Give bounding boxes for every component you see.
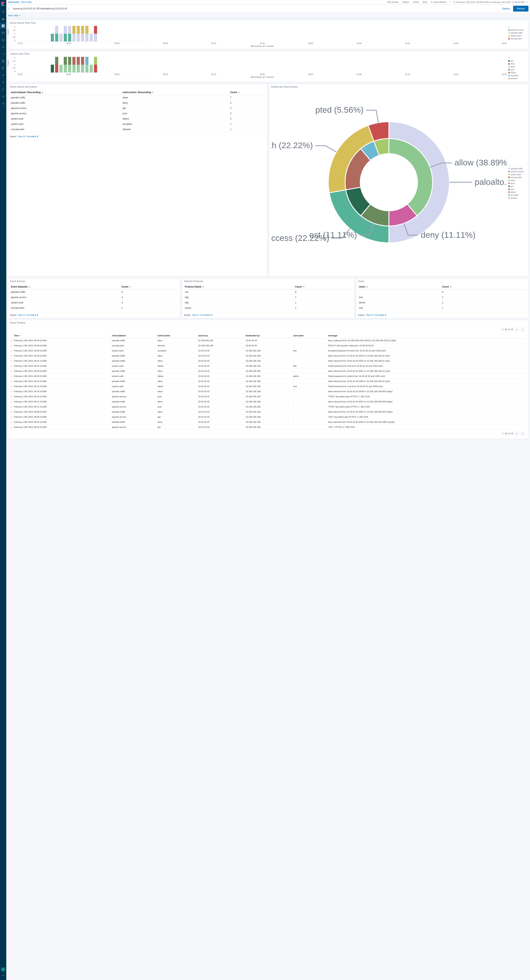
legend-item[interactable]: apache.access: [508, 29, 526, 31]
expand-row-icon[interactable]: ▸: [10, 379, 13, 384]
table-row[interactable]: apache.accessget2: [10, 106, 265, 111]
column-header[interactable]: destination.ip: [245, 333, 292, 338]
legend-item[interactable]: failure: [508, 72, 526, 74]
legend-item[interactable]: get: [508, 60, 526, 62]
legend-item[interactable]: failure: [508, 191, 526, 193]
column-header[interactable]: Time ▾: [13, 333, 111, 338]
expand-row-icon[interactable]: ▸: [10, 353, 13, 358]
table-row[interactable]: mysql1: [184, 305, 352, 310]
legend-item[interactable]: paloalto.traffic: [508, 167, 526, 170]
management-icon[interactable]: [0, 100, 6, 107]
table-row[interactable]: ▸February 13th 2019, 09:46:19.000suricat…: [10, 343, 526, 348]
expand-row-icon[interactable]: ▸: [10, 389, 13, 394]
auto-refresh-button[interactable]: ↻ Auto-refresh: [429, 1, 447, 3]
expand-row-icon[interactable]: ▸: [10, 404, 13, 409]
legend-item[interactable]: allowed: [508, 78, 526, 80]
expand-row-icon[interactable]: ▸: [10, 374, 13, 379]
monitoring-icon[interactable]: [0, 93, 6, 100]
table-row[interactable]: ▸February 13th 2019, 09:16:19.000paloalt…: [10, 389, 526, 394]
column-header[interactable]: Count ⇅: [121, 284, 178, 290]
legend-item[interactable]: post: [508, 188, 526, 190]
infra-icon[interactable]: [0, 58, 6, 64]
export-raw-button[interactable]: Raw ⬇: [366, 314, 373, 316]
legend-item[interactable]: suricata.alert: [508, 177, 526, 178]
legend-item[interactable]: accepted: [508, 75, 526, 76]
expand-row-icon[interactable]: ▸: [10, 348, 13, 353]
table-row[interactable]: suricata.alertallowed1: [10, 127, 265, 132]
apm-icon[interactable]: [0, 72, 6, 78]
legend-item[interactable]: allow: [508, 66, 526, 68]
column-header[interactable]: Count ⇅: [441, 284, 526, 290]
export-raw-button[interactable]: Raw ⬇: [18, 135, 25, 138]
clone-button[interactable]: Clone: [412, 1, 420, 3]
expand-row-icon[interactable]: ▸: [10, 409, 13, 414]
legend-item[interactable]: deny: [508, 63, 526, 65]
query-options-button[interactable]: Options: [500, 7, 512, 10]
expand-row-icon[interactable]: ▸: [10, 363, 13, 369]
bar-chart[interactable]: [18, 26, 147, 41]
legend-collapse-icon[interactable]: ⊙: [508, 165, 526, 167]
table-row[interactable]: apache.access4: [10, 294, 178, 300]
table-row[interactable]: ▸February 13th 2019, 09:06:19.000apache.…: [10, 414, 526, 420]
table-row[interactable]: ▸February 13th 2019, 08:56:19.000apache.…: [10, 425, 526, 430]
export-formatted-button[interactable]: Formatted ⬇: [26, 135, 38, 138]
feedback-icon[interactable]: [1, 967, 5, 971]
column-header[interactable]: Protocol Name ⇅: [184, 284, 294, 290]
table-row[interactable]: paloalto.trafficdeny2: [10, 100, 265, 106]
timelion-icon[interactable]: [0, 30, 6, 36]
export-formatted-button[interactable]: Formatted ⬇: [200, 314, 212, 316]
legend-item[interactable]: allowed: [508, 197, 526, 199]
refresh-button[interactable]: Refresh: [513, 6, 528, 11]
expand-row-icon[interactable]: ▸: [10, 369, 13, 374]
table-row[interactable]: ▸February 13th 2019, 09:31:19.000system.…: [10, 363, 526, 369]
column-header[interactable]: Event Datasets ⇅: [10, 284, 121, 290]
legend-collapse-icon[interactable]: ⊙: [508, 26, 526, 28]
table-row[interactable]: bob2: [358, 294, 526, 300]
discover-icon[interactable]: [0, 9, 6, 15]
legend-item[interactable]: suricata.alert: [508, 38, 526, 40]
table-row[interactable]: ▸February 13th 2019, 09:11:19.000apache.…: [10, 404, 526, 409]
expand-row-icon[interactable]: ▸: [10, 425, 13, 430]
canvas-icon[interactable]: [0, 37, 6, 43]
table-row[interactable]: ▸February 13th 2019, 09:16:19.000apache.…: [10, 394, 526, 399]
devtools-icon[interactable]: [0, 86, 6, 92]
kibana-logo-icon[interactable]: [1, 2, 5, 6]
time-next-button[interactable]: ›: [526, 1, 528, 3]
pager-prev-button[interactable]: ‹: [515, 431, 519, 436]
column-header[interactable]: Count ⇅: [229, 90, 265, 95]
table-row[interactable]: paloalto.trafficallow7: [10, 95, 265, 100]
table-row[interactable]: ▸February 13th 2019, 09:26:19.000system.…: [10, 374, 526, 379]
legend-item[interactable]: paloalto.traffic: [508, 32, 526, 34]
column-header[interactable]: event.dataset: [111, 333, 157, 338]
table-row[interactable]: ssh8: [184, 289, 352, 294]
maps-icon[interactable]: [0, 44, 6, 50]
table-row[interactable]: system.authaccepted1: [10, 121, 265, 127]
table-row[interactable]: ▸February 13th 2019, 09:11:19.000paloalt…: [10, 399, 526, 404]
legend-item[interactable]: post: [508, 68, 526, 71]
export-raw-button[interactable]: Raw ⬇: [192, 314, 199, 316]
column-header[interactable]: event.dataset: Descending ⇅: [10, 90, 122, 95]
pager-prev-button[interactable]: ‹: [515, 327, 519, 332]
export-formatted-button[interactable]: Formatted ⬇: [26, 314, 38, 316]
column-header[interactable]: Count ⇅: [294, 284, 352, 290]
dashboard-icon[interactable]: [0, 23, 6, 29]
expand-row-icon[interactable]: ▸: [10, 343, 13, 348]
column-header[interactable]: user.name: [292, 333, 327, 338]
table-row[interactable]: ▸February 13th 2019, 09:26:19.000paloalt…: [10, 369, 526, 374]
logs-icon[interactable]: [0, 65, 6, 72]
table-row[interactable]: sftp2: [184, 300, 352, 305]
collapse-icon[interactable]: [0, 972, 6, 978]
table-row[interactable]: root1: [358, 305, 526, 310]
table-row[interactable]: system.auth4: [10, 300, 178, 305]
legend-item[interactable]: system.auth: [508, 35, 526, 37]
bar-chart[interactable]: [18, 57, 147, 73]
table-row[interactable]: system.authfailure3: [10, 116, 265, 121]
legend-collapse-icon[interactable]: ⊙: [508, 57, 526, 59]
time-range-button[interactable]: 🕓 February 13th 2019, 08:00:00.000 to Fe…: [453, 1, 525, 3]
expand-row-icon[interactable]: ▸: [10, 399, 13, 404]
export-raw-button[interactable]: Raw ⬇: [18, 314, 25, 316]
table-row[interactable]: ▸February 13th 2019, 09:21:19.000system.…: [10, 384, 526, 389]
pager-next-button[interactable]: ›: [520, 431, 525, 436]
column-header[interactable]: Users ⇅: [358, 284, 441, 290]
table-row[interactable]: ▸February 13th 2019, 09:36:19.000paloalt…: [10, 353, 526, 358]
